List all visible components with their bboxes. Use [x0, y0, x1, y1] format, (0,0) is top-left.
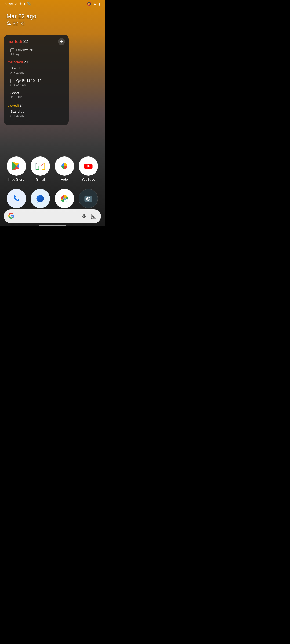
event-checkbox-qa — [10, 79, 14, 83]
event-title: Review PR — [10, 48, 65, 52]
event-time: All day — [10, 53, 65, 56]
camera-icon — [83, 193, 94, 204]
event-title-standup: Stand up — [10, 66, 65, 71]
day-number-thursday: 24 — [20, 103, 24, 107]
app-grid: Play Store Gmail — [0, 156, 105, 181]
youtube-label: YouTube — [82, 177, 95, 181]
event-content-standup: Stand up 8–8:30 AM — [10, 66, 65, 74]
play-store-app[interactable]: Play Store — [7, 156, 26, 181]
youtube-icon — [83, 161, 93, 171]
foto-icon-circle — [55, 156, 74, 176]
event-qa-build: QA Build 104.12 8:30–10 AM — [8, 79, 65, 89]
battery-icon: ▮ — [98, 2, 100, 6]
event-title-qa: QA Build 104.12 — [10, 79, 65, 83]
mic-icon[interactable] — [81, 213, 87, 219]
event-title-sport: Sport — [10, 91, 65, 96]
search-bar[interactable] — [4, 209, 101, 223]
play-store-icon — [11, 161, 22, 171]
foto-app[interactable]: Foto — [55, 156, 74, 181]
lens-icon[interactable] — [91, 213, 97, 219]
foto-label: Foto — [61, 177, 68, 181]
event-content-standup-thu: Stand up 8–8:30 AM — [10, 109, 65, 118]
date-text: Mar 22 ago — [6, 13, 36, 20]
day-number-tuesday: 22 — [23, 39, 28, 44]
event-bar-green2 — [8, 110, 8, 120]
status-bar: 22:55 ◁ ✳ ● 📎 🔕 ▲ ▮ — [0, 0, 105, 8]
snowflake-icon: ✳ — [19, 2, 22, 6]
svg-point-11 — [90, 197, 91, 197]
event-bar-purple — [8, 92, 8, 101]
location-icon: ◁ — [15, 2, 17, 6]
play-store-icon-circle — [7, 156, 26, 176]
weather-text: 🌤 32 °C — [6, 21, 36, 27]
chrome-dock-app[interactable] — [55, 189, 74, 208]
day-label-tuesday: martedì — [8, 39, 23, 44]
youtube-app[interactable]: YouTube — [79, 156, 98, 181]
event-title-standup-thu: Stand up — [10, 109, 65, 114]
play-store-label: Play Store — [8, 177, 24, 181]
gmail-app[interactable]: Gmail — [31, 156, 50, 181]
gmail-icon — [35, 161, 45, 171]
event-standup-wed: Stand up 8–8:30 AM — [8, 66, 65, 76]
clip-icon: 📎 — [27, 2, 31, 6]
event-bar-green — [8, 67, 8, 76]
event-time-standup: 8–8:30 AM — [10, 71, 65, 74]
add-event-button[interactable]: + — [58, 38, 65, 45]
dock — [0, 189, 105, 208]
event-time-standup-thu: 8–8:30 AM — [10, 114, 65, 118]
wifi-icon: ▲ — [93, 2, 97, 6]
event-review-pr: Review PR All day — [8, 48, 65, 58]
camera-dock-app[interactable] — [79, 189, 98, 208]
messages-dock-app[interactable] — [31, 189, 50, 208]
event-content-qa: QA Build 104.12 8:30–10 AM — [10, 79, 65, 87]
event-time-qa: 8:30–10 AM — [10, 83, 65, 87]
day-label-wednesday: mercoledì 23 — [8, 60, 65, 64]
event-sport: Sport 12–1 PM — [8, 91, 65, 101]
messages-icon — [35, 193, 46, 204]
chrome-dock-icon-circle — [55, 189, 74, 208]
photos-icon — [59, 161, 70, 171]
day-label-thursday: giovedì 24 — [8, 103, 65, 107]
search-right-icons — [81, 213, 97, 219]
svg-point-14 — [93, 216, 94, 217]
home-indicator — [39, 225, 66, 226]
phone-dock-icon-circle — [7, 189, 26, 208]
event-checkbox — [10, 48, 14, 52]
camera-dock-icon-circle — [79, 189, 98, 208]
phone-icon — [11, 193, 22, 204]
gmail-label: Gmail — [36, 177, 45, 181]
whatsapp-icon: ● — [24, 2, 26, 6]
event-content-sport: Sport 12–1 PM — [10, 91, 65, 99]
mute-icon: 🔕 — [87, 2, 91, 6]
event-bar-blue — [8, 48, 8, 58]
phone-dock-app[interactable] — [7, 189, 26, 208]
messages-dock-icon-circle — [31, 189, 50, 208]
google-g-logo — [8, 213, 15, 220]
status-time: 22:55 — [4, 2, 13, 6]
event-standup-thu: Stand up 8–8:30 AM — [8, 109, 65, 120]
calendar-header-tuesday: martedì 22 + — [8, 38, 65, 45]
calendar-widget: martedì 22 + Review PR All day mercoledì… — [4, 35, 69, 125]
event-time-sport: 12–1 PM — [10, 96, 65, 99]
event-content: Review PR All day — [10, 48, 65, 56]
date-weather: Mar 22 ago 🌤 32 °C — [6, 13, 36, 27]
event-bar-blue2 — [8, 79, 8, 89]
youtube-icon-circle — [79, 156, 98, 176]
day-number-wednesday: 23 — [24, 60, 28, 64]
gmail-icon-circle — [31, 156, 50, 176]
chrome-icon — [59, 193, 70, 204]
